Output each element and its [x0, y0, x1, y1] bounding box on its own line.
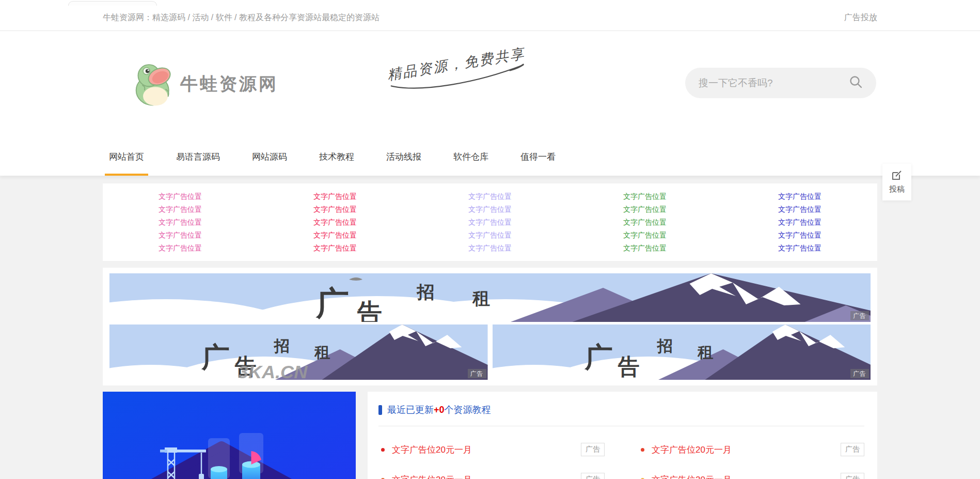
site-slogan: 精品资源，免费共享 — [386, 44, 529, 99]
text-ad-link[interactable]: 文字广告位置 — [258, 190, 413, 203]
text-ad-link[interactable]: 文字广告位置 — [413, 242, 567, 255]
divider — [378, 426, 864, 426]
ad-badge: 广告 — [841, 443, 864, 456]
text-ad-link[interactable]: 文字广告位置 — [258, 203, 413, 216]
frog-logo-icon — [133, 59, 177, 109]
submit-post-button[interactable]: 投稿 — [882, 164, 911, 200]
text-ad-link[interactable]: 文字广告位置 — [413, 203, 567, 216]
ad-badge: 广告 — [581, 443, 605, 456]
text-ad-link[interactable]: 文字广告位置 — [413, 216, 567, 229]
recent-item-text: 文字广告位20元一月 — [652, 474, 732, 479]
text-ad-link[interactable]: 文字广告位置 — [567, 203, 722, 216]
ad-placement-link[interactable]: 广告投放 — [844, 12, 877, 23]
nav-item-3[interactable]: 技术教程 — [315, 140, 358, 176]
bullet-dot — [381, 448, 385, 452]
topbar: 牛蛙资源网：精选源码 / 活动 / 软件 / 教程及各种分享资源站最稳定的资源站… — [0, 5, 980, 31]
title-accent-bar — [378, 405, 382, 415]
header: 牛蛙资源网 精品资源，免费共享 — [0, 31, 980, 140]
svg-text:广: 广 — [315, 284, 349, 322]
text-ad-link[interactable]: 文字广告位置 — [413, 229, 567, 242]
text-ad-link[interactable]: 文字广告位置 — [258, 229, 413, 242]
text-ad-link[interactable]: 文字广告位置 — [567, 242, 722, 255]
nav-item-4[interactable]: 活动线报 — [382, 140, 425, 176]
ad-corner-badge: 广告 — [850, 369, 869, 378]
bullet-dot — [641, 448, 644, 452]
nav-item-6[interactable]: 值得一看 — [516, 140, 560, 176]
text-ad-link[interactable]: 文字广告位置 — [413, 190, 567, 203]
text-ad-link[interactable]: 文字广告位置 — [103, 229, 258, 242]
svg-text:广: 广 — [584, 341, 612, 374]
text-ad-link[interactable]: 文字广告位置 — [722, 229, 877, 242]
text-ads-grid: 文字广告位置文字广告位置文字广告位置文字广告位置文字广告位置文字广告位置文字广告… — [103, 190, 877, 255]
banner-ad-large[interactable]: 广 告 招 租 广告 — [109, 273, 871, 322]
search-icon[interactable] — [849, 75, 863, 91]
recent-item-1[interactable]: 文字广告位20元一月广告 — [638, 437, 864, 462]
recent-item-3[interactable]: 文字广告位20元一月广告 — [638, 467, 864, 479]
site-title: 牛蛙资源网 — [180, 72, 278, 96]
text-ad-link[interactable]: 文字广告位置 — [567, 190, 722, 203]
recent-item-text: 文字广告位20元一月 — [392, 474, 472, 479]
text-ad-link[interactable]: 文字广告位置 — [722, 203, 877, 216]
search-input[interactable] — [699, 78, 849, 89]
text-ad-link[interactable]: 文字广告位置 — [103, 190, 258, 203]
nav-item-2[interactable]: 网站源码 — [248, 140, 291, 176]
recent-item-2[interactable]: 文字广告位20元一月广告 — [378, 467, 605, 479]
svg-text:招: 招 — [416, 282, 435, 302]
ad-badge: 广告 — [581, 473, 605, 479]
text-ad-link[interactable]: 文字广告位置 — [103, 216, 258, 229]
svg-text:告: 告 — [617, 353, 639, 379]
promo-illustration[interactable]: 0 0 0 — [103, 392, 356, 479]
text-ad-link[interactable]: 文字广告位置 — [722, 190, 877, 203]
svg-text:租: 租 — [314, 343, 330, 361]
banner-ad-small-left[interactable]: 广 告 招 租 3KA.CN 广告 — [109, 325, 488, 380]
text-ad-link[interactable]: 文字广告位置 — [567, 216, 722, 229]
svg-text:广: 广 — [201, 341, 230, 374]
update-count: +0 — [434, 405, 445, 415]
recent-item-0[interactable]: 文字广告位20元一月广告 — [378, 437, 605, 462]
browser-chrome-sliver — [0, 0, 980, 5]
recent-item-text: 文字广告位20元一月 — [652, 444, 732, 456]
svg-text:租: 租 — [472, 288, 490, 308]
edit-square-icon — [891, 170, 903, 183]
text-ad-link[interactable]: 文字广告位置 — [722, 242, 877, 255]
banner-section: 广 告 招 租 广告 广 告 招 — [103, 268, 877, 385]
search-box — [685, 68, 876, 98]
main-nav: 网站首页易语言源码网站源码技术教程活动线报软件仓库值得一看 — [103, 140, 877, 176]
ad-corner-badge: 广告 — [468, 369, 486, 378]
ad-corner-badge: 广告 — [850, 311, 869, 320]
svg-text:租: 租 — [697, 343, 713, 361]
text-ad-link[interactable]: 文字广告位置 — [722, 216, 877, 229]
recent-updates-title: 最近已更新+0个资源教程 — [378, 403, 864, 416]
submit-post-label: 投稿 — [889, 184, 905, 194]
site-logo[interactable]: 牛蛙资源网 — [133, 59, 278, 109]
ad-badge: 广告 — [841, 473, 864, 479]
recent-updates-list: 文字广告位20元一月广告文字广告位20元一月广告文字广告位20元一月广告文字广告… — [378, 437, 864, 479]
site-notice: 牛蛙资源网：精选源码 / 活动 / 软件 / 教程及各种分享资源站最稳定的资源站 — [103, 12, 380, 23]
nav-item-0[interactable]: 网站首页 — [105, 140, 148, 176]
nav-item-5[interactable]: 软件仓库 — [449, 140, 493, 176]
text-ad-link[interactable]: 文字广告位置 — [103, 203, 258, 216]
svg-text:告: 告 — [357, 298, 382, 322]
text-ads-section: 文字广告位置文字广告位置文字广告位置文字广告位置文字广告位置文字广告位置文字广告… — [103, 183, 877, 261]
banner-ad-small-right[interactable]: 广 告 招 租 广告 — [493, 325, 871, 380]
recent-updates-panel: 最近已更新+0个资源教程 文字广告位20元一月广告文字广告位20元一月广告文字广… — [368, 392, 877, 479]
svg-text:招: 招 — [656, 337, 673, 355]
text-ad-link[interactable]: 文字广告位置 — [103, 242, 258, 255]
recent-item-text: 文字广告位20元一月 — [392, 444, 472, 456]
browser-tab-sliver — [68, 1, 157, 6]
main-navbar: 网站首页易语言源码网站源码技术教程活动线报软件仓库值得一看 — [0, 140, 980, 176]
text-ad-link[interactable]: 文字广告位置 — [258, 242, 413, 255]
text-ad-link[interactable]: 文字广告位置 — [258, 216, 413, 229]
text-ad-link[interactable]: 文字广告位置 — [567, 229, 722, 242]
svg-text:招: 招 — [273, 337, 290, 355]
banner-watermark: 3KA.CN — [238, 361, 308, 380]
nav-item-1[interactable]: 易语言源码 — [172, 140, 224, 176]
